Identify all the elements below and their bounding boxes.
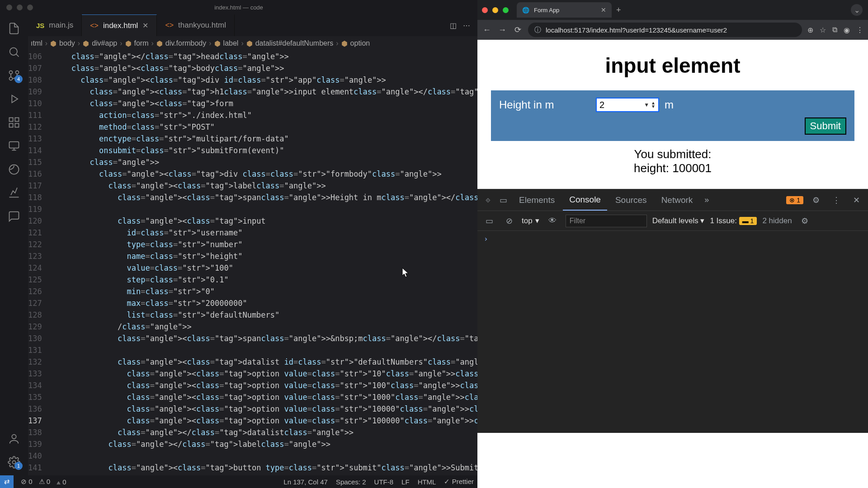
- menu-icon[interactable]: ⋮: [856, 26, 863, 34]
- graph-icon[interactable]: [7, 186, 21, 200]
- account-icon[interactable]: [7, 432, 21, 446]
- minimize-icon[interactable]: [492, 7, 498, 13]
- sidebar-toggle-icon[interactable]: ▭: [482, 216, 497, 226]
- log-levels-selector[interactable]: Default levels ▾: [652, 216, 705, 225]
- tab-label: index.html: [103, 21, 138, 30]
- close-tab-icon[interactable]: ✕: [601, 6, 606, 14]
- tab-overflow-icon[interactable]: ⌄: [851, 4, 863, 16]
- remote-explorer-icon[interactable]: [7, 139, 21, 153]
- split-editor-icon[interactable]: ◫: [450, 21, 457, 30]
- result-output: You submitted: height: 100001: [486, 147, 859, 175]
- status-bar: ⇄ ⊘ 0 ⚠ 0 ⟁ 0 Ln 137, Col 47 Spaces: 2 U…: [0, 475, 477, 488]
- browser-toolbar: ← → ⟳ ⓘ localhost:5173/index.html?userId…: [477, 20, 868, 40]
- breadcrumb[interactable]: ıtml› ⬢body› ⬢div#app› ⬢form› ⬢div.formb…: [28, 36, 477, 51]
- console-toolbar: ▭ ⊘ top ▾ 👁 Filter Default levels ▾ 1 Is…: [477, 211, 868, 231]
- tab-elements[interactable]: Elements: [513, 189, 561, 211]
- extensions-icon[interactable]: ⧉: [832, 26, 837, 34]
- new-tab-button[interactable]: +: [616, 5, 621, 15]
- devtools-menu-icon[interactable]: ⋮: [829, 195, 844, 205]
- console-settings-icon[interactable]: ⚙: [797, 216, 812, 226]
- devtools-close-icon[interactable]: ✕: [849, 195, 863, 205]
- height-label: Height in m: [499, 99, 594, 111]
- hidden-messages[interactable]: 2 hidden: [762, 216, 792, 225]
- more-tabs-icon[interactable]: »: [701, 195, 712, 205]
- url-text: localhost:5173/index.html?userId=123245&…: [546, 26, 727, 34]
- traffic-lights: [482, 7, 509, 13]
- inspect-icon[interactable]: ⟐: [482, 195, 494, 205]
- zoom-icon[interactable]: ⊕: [807, 26, 813, 34]
- maximize-icon[interactable]: [503, 7, 509, 13]
- height-input[interactable]: 2 ▼ ▲▼: [596, 98, 659, 112]
- formatter[interactable]: ✓ Prettier: [444, 478, 474, 486]
- svg-point-2: [9, 77, 13, 80]
- clear-console-icon[interactable]: ⊘: [502, 216, 516, 226]
- svg-point-1: [16, 71, 19, 74]
- vscode-titlebar: index.html — code: [0, 0, 477, 14]
- input-value: 2: [599, 100, 604, 110]
- issues-indicator[interactable]: 1 Issue: ▬ 1: [710, 216, 757, 225]
- number-spinner-icon[interactable]: ▲▼: [651, 101, 656, 108]
- tab-sources[interactable]: Sources: [609, 189, 653, 211]
- tab-thankyou-html[interactable]: <> thankyou.html: [157, 14, 235, 36]
- comment-icon[interactable]: [7, 210, 21, 223]
- tab-main-js[interactable]: JS main.js: [28, 14, 82, 36]
- encoding[interactable]: UTF-8: [374, 478, 394, 486]
- search-icon[interactable]: [7, 45, 21, 59]
- reload-button[interactable]: ⟳: [513, 25, 523, 35]
- page-favicon-icon: 🌐: [522, 7, 529, 14]
- device-toggle-icon[interactable]: ▭: [496, 195, 511, 205]
- bookmark-icon[interactable]: ☆: [820, 26, 826, 34]
- code-editor[interactable]: 1061071081091101111121131141151161171181…: [28, 51, 477, 475]
- console-prompt-icon: ›: [484, 235, 488, 243]
- eol[interactable]: LF: [401, 478, 410, 486]
- extensions-icon[interactable]: [7, 116, 21, 129]
- forward-button[interactable]: →: [497, 25, 507, 35]
- svg-rect-5: [15, 118, 19, 122]
- url-bar[interactable]: ⓘ localhost:5173/index.html?userId=12324…: [528, 23, 802, 37]
- vscode-window: index.html — code 4 1 JS: [0, 0, 477, 488]
- source-control-icon[interactable]: 4: [7, 69, 21, 82]
- html-file-icon: <>: [90, 22, 99, 30]
- close-icon[interactable]: [6, 5, 12, 10]
- maximize-icon[interactable]: [27, 5, 33, 10]
- close-icon[interactable]: [482, 7, 488, 13]
- edge-icon[interactable]: [7, 163, 21, 176]
- debug-icon[interactable]: [7, 92, 21, 106]
- language-mode[interactable]: HTML: [418, 478, 436, 486]
- line-gutter: 1061071081091101111121131141151161171181…: [28, 51, 53, 475]
- datalist-dropdown-icon[interactable]: ▼: [644, 102, 649, 108]
- site-info-icon[interactable]: ⓘ: [534, 26, 541, 34]
- devtools-settings-icon[interactable]: ⚙: [809, 195, 823, 205]
- tab-console[interactable]: Console: [563, 189, 607, 211]
- back-button[interactable]: ←: [482, 25, 492, 35]
- indent-setting[interactable]: Spaces: 2: [336, 478, 366, 486]
- more-icon[interactable]: ⋯: [463, 21, 470, 30]
- context-selector[interactable]: top ▾: [522, 216, 539, 225]
- page-viewport: input element Height in m 2 ▼ ▲▼ m Submi…: [477, 40, 868, 488]
- warnings-count[interactable]: ⚠ 0: [39, 478, 51, 486]
- close-icon[interactable]: ✕: [142, 21, 148, 30]
- port-indicator[interactable]: ⟁ 0: [57, 478, 66, 486]
- remote-indicator-icon[interactable]: ⇄: [0, 475, 14, 488]
- submit-button[interactable]: Submit: [805, 117, 846, 135]
- form-body: Height in m 2 ▼ ▲▼ m Submit: [491, 90, 854, 141]
- console-filter-input[interactable]: Filter: [566, 215, 647, 227]
- console-body[interactable]: ›: [477, 231, 868, 433]
- editor-area: JS main.js <> index.html ✕ <> thankyou.h…: [28, 14, 477, 475]
- js-file-icon: JS: [36, 22, 44, 29]
- code-lines[interactable]: class="angle"></class="tag">headclass="a…: [53, 51, 477, 475]
- traffic-lights: [6, 5, 33, 10]
- tab-index-html[interactable]: <> index.html ✕: [82, 14, 157, 36]
- svg-point-10: [12, 435, 16, 439]
- error-badge[interactable]: ⊗ 1: [786, 196, 803, 204]
- settings-icon[interactable]: 1: [7, 455, 21, 469]
- live-expression-icon[interactable]: 👁: [545, 216, 560, 225]
- devtools-tabs: ⟐ ▭ Elements Console Sources Network » ⊗…: [477, 189, 868, 211]
- profile-icon[interactable]: ◉: [844, 26, 850, 34]
- cursor-position[interactable]: Ln 137, Col 47: [283, 478, 328, 486]
- minimize-icon[interactable]: [17, 5, 23, 10]
- explorer-icon[interactable]: [7, 22, 21, 35]
- browser-tab[interactable]: 🌐 Form App ✕: [517, 2, 612, 18]
- tab-network[interactable]: Network: [655, 189, 699, 211]
- errors-count[interactable]: ⊘ 0: [21, 478, 33, 486]
